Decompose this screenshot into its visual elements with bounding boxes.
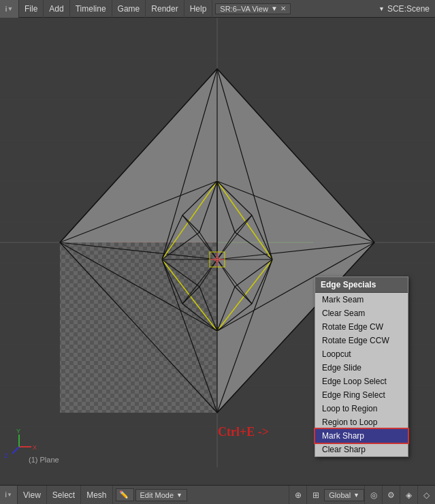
scene-selector: ▼ SCE:Scene bbox=[373, 4, 435, 14]
menu-item-rotate-cw[interactable]: Rotate Edge CW bbox=[315, 320, 408, 334]
extra-icon-1[interactable]: ◈ bbox=[400, 486, 417, 505]
menu-item-clear-seam[interactable]: Clear Seam bbox=[315, 306, 408, 320]
menu-item-clear-sharp[interactable]: Clear Sharp bbox=[315, 443, 408, 456]
bottom-select[interactable]: Select bbox=[47, 486, 81, 505]
svg-text:X: X bbox=[33, 444, 37, 451]
menu-item-edge-slide[interactable]: Edge Slide bbox=[315, 361, 408, 375]
plane-label: (1) Plane bbox=[29, 456, 59, 464]
menu-item-rotate-ccw[interactable]: Rotate Edge CCW bbox=[315, 334, 408, 347]
view-selector[interactable]: SR:6–VA View ▼ ✕ bbox=[215, 3, 290, 14]
pivot-icon[interactable]: ⊕ bbox=[289, 486, 306, 505]
shortcut-label: Ctrl+E -> bbox=[218, 425, 269, 439]
global-selector[interactable]: Global ▼ bbox=[324, 489, 364, 501]
svg-point-86 bbox=[216, 259, 219, 261]
bottom-bar: i ▼ View Select Mesh ✏️ Edit Mode ▼ ⊕ ⊞ … bbox=[0, 485, 435, 504]
bottom-icon: i ▼ bbox=[0, 486, 18, 505]
menu-add[interactable]: Add bbox=[44, 0, 69, 18]
menu-item-edge-ring-select[interactable]: Edge Ring Select bbox=[315, 388, 408, 402]
menu-item-mark-seam[interactable]: Mark Seam bbox=[315, 293, 408, 306]
3d-viewport[interactable]: X Y Z Ctrl+E -> (1) Plane Edge Specials … bbox=[0, 18, 435, 467]
top-menubar: i ▼ File Add Timeline Game Render Help S… bbox=[0, 0, 435, 18]
menu-file[interactable]: File bbox=[19, 0, 44, 18]
svg-text:Z: Z bbox=[4, 452, 8, 459]
mode-selector[interactable]: Edit Mode ▼ bbox=[135, 489, 187, 501]
proportional-icon[interactable]: ◎ bbox=[364, 486, 382, 505]
edit-mode-icon: ✏️ bbox=[116, 488, 134, 501]
svg-text:Y: Y bbox=[16, 428, 20, 435]
bottom-view[interactable]: View bbox=[18, 486, 47, 505]
menu-help[interactable]: Help bbox=[184, 0, 213, 18]
bottom-icons-group: ⊕ ⊞ Global ▼ ◎ ⚙ ◈ ◇ bbox=[289, 486, 435, 505]
menu-item-edge-loop-select[interactable]: Edge Loop Select bbox=[315, 375, 408, 388]
settings-icon[interactable]: ⚙ bbox=[382, 486, 400, 505]
extra-icon-2[interactable]: ◇ bbox=[417, 486, 435, 505]
menu-timeline[interactable]: Timeline bbox=[70, 0, 112, 18]
menu-item-loop-to-region[interactable]: Loop to Region bbox=[315, 402, 408, 415]
context-menu: Edge Specials Mark Seam Clear Seam Rotat… bbox=[315, 277, 408, 457]
blender-icon: i ▼ bbox=[0, 0, 19, 18]
menu-item-mark-sharp[interactable]: Mark Sharp bbox=[315, 429, 408, 443]
snap-icon[interactable]: ⊞ bbox=[306, 486, 324, 505]
menu-game[interactable]: Game bbox=[112, 0, 146, 18]
bottom-mesh[interactable]: Mesh bbox=[81, 486, 112, 505]
menu-render[interactable]: Render bbox=[146, 0, 184, 18]
menu-item-loopcut[interactable]: Loopcut bbox=[315, 347, 408, 361]
menu-header: Edge Specials bbox=[315, 277, 408, 293]
menu-item-region-to-loop[interactable]: Region to Loop bbox=[315, 415, 408, 429]
